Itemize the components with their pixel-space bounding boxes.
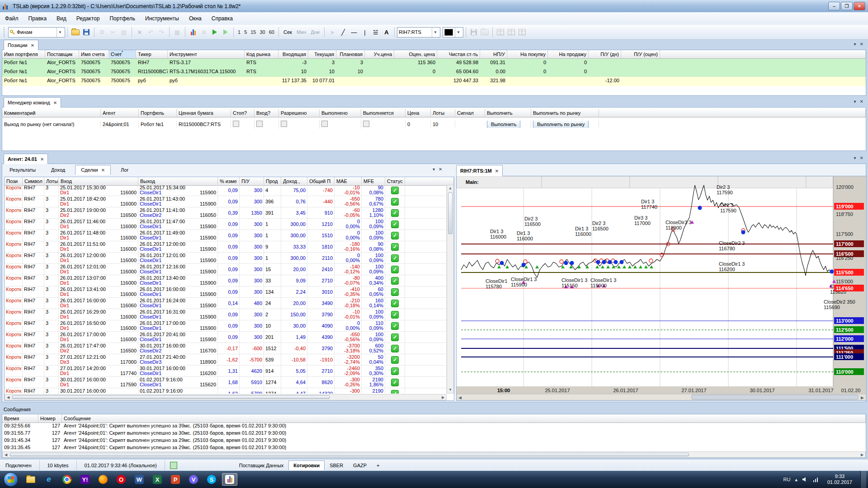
positions-col-Имя портфеля[interactable]: Имя портфеля [2, 50, 45, 58]
symbol-combo[interactable]: RIH7:RTS ▼ [397, 27, 440, 38]
positions-col-Текущая[interactable]: Текущая [308, 50, 336, 58]
show-desktop-button[interactable] [860, 471, 866, 488]
load-template-button[interactable] [480, 28, 490, 37]
status-tab-Котировки[interactable]: Котировки [288, 460, 325, 470]
positions-col-Уч.цена[interactable]: Уч.цена [365, 50, 394, 58]
symbol-combo-arrow[interactable]: ▼ [432, 28, 439, 37]
timeframe-60-button[interactable]: 60 [267, 28, 276, 36]
taskbar-icon-skype[interactable]: S [204, 473, 219, 486]
cmd-col-Ценная бумага[interactable]: Ценная бумага [177, 109, 231, 117]
save-template-button[interactable] [469, 28, 479, 37]
message-row[interactable]: 09:31:35.45127Агент '24&point;01': Скрип… [2, 444, 866, 451]
agent-tab[interactable]: Агент: 24.01 ✕ [4, 154, 48, 164]
positions-col-На покупку[interactable]: На покупку [507, 50, 548, 58]
agent-tab-Лог[interactable]: Лог [115, 165, 134, 175]
trades-col-Символ[interactable]: Символ [23, 177, 44, 185]
cmd-col-Комментарий[interactable]: Комментарий [2, 109, 101, 117]
close-button[interactable]: ✕ [854, 2, 865, 10]
trade-row[interactable]: КороткRIH7326.01.2017 11:51:00Dir1116000… [5, 241, 447, 253]
menu-Справка[interactable]: Справка [207, 13, 238, 24]
status-tab-Поставщик Данных[interactable]: Поставщик Данных [234, 460, 289, 470]
messages-col-Сообщение[interactable]: Сообщение [62, 414, 866, 422]
schema-button[interactable]: ⧇ [199, 28, 209, 37]
trade-row[interactable]: КороткRIH7326.01.2017 12:01:00Dir1116000… [5, 264, 447, 275]
messages-scrollbar[interactable]: ◀▶ [2, 451, 866, 458]
cmd-col-Вход?[interactable]: Вход? [255, 109, 279, 117]
timeframe-30-button[interactable]: 30 [258, 28, 267, 36]
messages-col-Номер[interactable]: Номер [38, 414, 62, 422]
message-row[interactable]: 09:31:55.77127Агент '24&point;01': Скрип… [2, 429, 866, 436]
positions-col-Тикер[interactable]: Тикер [136, 50, 168, 58]
cmd-col-Разрешено[interactable]: Разрешено [279, 109, 320, 117]
minimize-button[interactable]: – [828, 2, 840, 10]
copy-button[interactable]: ⧉ [97, 28, 107, 37]
trade-row[interactable]: КороткRIH7326.01.2017 11:48:00Dir1116000… [5, 230, 447, 241]
agent-collapse-icon[interactable]: ▾ [854, 155, 856, 160]
trade-row[interactable]: КороткRIH7325.01.2017 19:00:00Dir2116500… [5, 207, 447, 219]
trades-col-Доход ,[interactable]: Доход , [281, 177, 307, 185]
price-chart[interactable]: Main:Dir2 3117590Dir1 3117740Dir1 311759… [457, 176, 866, 400]
trades-horizontal-scrollbar[interactable]: ◀▶ [5, 394, 447, 400]
message-row[interactable]: 09:32:55.66127Агент '24&point;01': Скрип… [2, 422, 866, 429]
account-combo-arrow[interactable]: ▼ [57, 28, 63, 37]
chart-tab-close-icon[interactable]: ✕ [495, 169, 499, 174]
menu-Вид[interactable]: Вид [52, 13, 71, 24]
trades-col-Лоты[interactable]: Лоты [44, 177, 59, 185]
start-button[interactable] [4, 472, 18, 487]
positions-col-Оцен. цена[interactable]: Оцен. цена [394, 50, 437, 58]
positions-tab-close-icon[interactable]: ✕ [31, 43, 34, 48]
unit-Дни-button[interactable]: Дни [308, 28, 322, 36]
menu-Правка[interactable]: Правка [24, 13, 52, 24]
cmd-manager-tab-close-icon[interactable]: ✕ [53, 100, 57, 105]
message-row[interactable]: 09:31:45.34127Агент '24&point;01': Скрип… [2, 436, 866, 444]
positions-row[interactable]: Робот №1Alor_FORTS75006757500675RI115000… [2, 68, 866, 77]
taskbar-icon-explorer[interactable] [23, 473, 38, 486]
menu-Файл[interactable]: Файл [0, 13, 24, 24]
positions-col-Имя счета[interactable]: Имя счета [79, 50, 109, 58]
table-view-button[interactable] [495, 28, 505, 37]
trade-row[interactable]: КороткRIH7326.01.2017 12:00:00Dir1116000… [5, 253, 447, 264]
positions-collapse-icon[interactable]: ▾ [854, 42, 856, 47]
run-step-button[interactable] [221, 28, 231, 37]
color-combo[interactable]: ▼ [443, 27, 463, 38]
trades-col-MAE[interactable]: MAE [335, 177, 362, 185]
color-combo-arrow[interactable]: ▼ [455, 28, 462, 37]
chart-tab[interactable]: RIH7:RTS:1M ✕ [456, 165, 503, 176]
trades-vertical-scrollbar[interactable]: ▲▼ [447, 185, 454, 394]
positions-row[interactable]: Робот №1Alor_FORTS75006757500675рубруб11… [2, 77, 866, 86]
messages-col-Время[interactable]: Время [2, 414, 38, 422]
positions-col-Чистая ст-ть[interactable]: Чистая ст-ть [437, 50, 480, 58]
network-icon[interactable] [813, 477, 819, 482]
cmd-close-icon[interactable]: ✕ [860, 99, 863, 104]
table-settings-button[interactable] [517, 28, 527, 37]
trades-col-П/У[interactable]: П/У [240, 177, 264, 185]
positions-col-Плановая[interactable]: Плановая [336, 50, 365, 58]
agent-tab-Доход[interactable]: Доход [46, 165, 71, 175]
trades-pin-icon[interactable]: ▾ [433, 167, 435, 172]
script-editor-button[interactable]: ▦ [172, 28, 182, 37]
trade-row[interactable]: КороткRIH7330.01.2017 16:00:00Dir2117590… [5, 388, 447, 394]
timeframe-15-button[interactable]: 15 [249, 28, 258, 36]
timeframe-1-button[interactable]: 1 [236, 28, 242, 36]
status-tab-GAZP[interactable]: GAZP [348, 460, 372, 470]
unit-Мин-button[interactable]: Мин [294, 28, 308, 36]
taskbar-icon-chrome[interactable] [59, 473, 75, 486]
vertical-line-tool-button[interactable]: | [360, 28, 370, 37]
positions-col-Счет[interactable]: Счет [109, 50, 136, 58]
cmd-manager-row[interactable]: Выход по рынку (нет сигнала!)24&point;01… [2, 117, 866, 131]
redo-button[interactable]: ↷ [156, 28, 166, 37]
trade-row[interactable]: КороткRIH7326.01.2017 13:07:00Dir1116000… [5, 275, 447, 286]
taskbar-icon-excel[interactable]: X [150, 473, 165, 486]
taskbar-icon-yahoo[interactable]: Y! [77, 473, 93, 486]
trend-line-tool-button[interactable]: ╱ [338, 28, 348, 37]
chart-scroll-right[interactable]: ▶ [861, 395, 864, 400]
agent-tab-close-icon[interactable]: ✕ [101, 168, 105, 173]
cmd-col-Выполняется[interactable]: Выполняется [361, 109, 406, 117]
text-tool-button[interactable]: A [382, 28, 392, 37]
positions-col-П/У (оцен)[interactable]: П/У (оцен) [621, 50, 660, 58]
taskbar-clock[interactable]: 9:33 01.02.2017 [824, 474, 856, 485]
cmd-col-Портфель[interactable]: Портфель [139, 109, 177, 117]
trades-col-Пози[interactable]: Пози [5, 177, 23, 185]
trade-row[interactable]: КороткRIH7326.01.2017 16:29:00Dir1116000… [5, 309, 447, 320]
cmd-col-Цена[interactable]: Цена [406, 109, 431, 117]
